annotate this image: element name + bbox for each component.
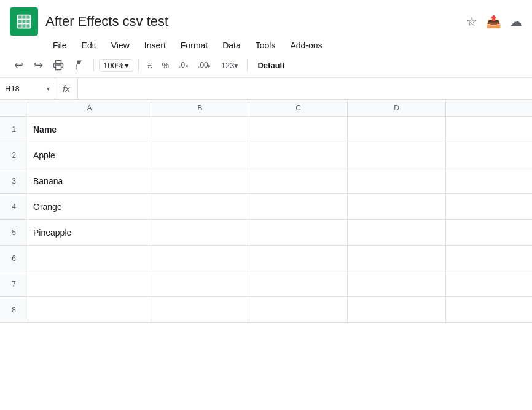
cell-4-A[interactable]: Orange (28, 194, 151, 220)
col-header-c[interactable]: C (249, 100, 348, 116)
grid: NameAppleBananaOrangePineapple (28, 117, 532, 323)
cell-1-D[interactable] (348, 117, 446, 142)
cell-7-B[interactable] (151, 271, 249, 297)
cell-4-B[interactable] (151, 194, 249, 220)
col-header-a[interactable]: A (28, 100, 151, 116)
row-num-2[interactable]: 2 (0, 142, 28, 168)
svg-rect-0 (18, 15, 31, 28)
cell-5-D[interactable] (348, 220, 446, 246)
cell-3-A[interactable]: Banana (28, 168, 151, 194)
cell-1-B[interactable] (151, 117, 249, 142)
row-num-1[interactable]: 1 (0, 117, 28, 142)
grid-row-2: Apple (28, 142, 532, 168)
toolbar-separator-1 (93, 59, 94, 71)
cell-2-A[interactable]: Apple (28, 142, 151, 168)
spreadsheet: A B C D 12345678 NameAppleBananaOrangePi… (0, 100, 532, 323)
cell-3-B[interactable] (151, 168, 249, 194)
formula-bar: H18 ▾ fx (0, 78, 532, 100)
cell-8-B[interactable] (151, 297, 249, 323)
zoom-value: 100% (103, 61, 123, 70)
cell-1-C[interactable] (249, 117, 348, 142)
formula-icon: fx (55, 78, 78, 99)
grid-row-6 (28, 246, 532, 271)
cell-4-D[interactable] (348, 194, 446, 220)
sheet-body: 12345678 NameAppleBananaOrangePineapple (0, 117, 532, 323)
title-bar: After Effects csv test ☆ 📤 ☁ (0, 0, 532, 38)
toolbar-separator-2 (138, 59, 139, 71)
grid-row-4: Orange (28, 194, 532, 220)
menu-addons[interactable]: Add-ons (284, 38, 328, 53)
corner-cell (0, 100, 28, 116)
undo-button[interactable]: ↩ (10, 56, 27, 74)
menu-bar: File Edit View Insert Format Data Tools … (0, 38, 532, 53)
decimal-increase-button[interactable]: .00▸ (194, 58, 215, 72)
cell-ref-value: H18 (5, 84, 20, 93)
menu-insert[interactable]: Insert (138, 38, 172, 53)
cell-1-A[interactable]: Name (28, 117, 151, 142)
cell-5-B[interactable] (151, 220, 249, 246)
row-num-5[interactable]: 5 (0, 220, 28, 246)
cell-3-D[interactable] (348, 168, 446, 194)
cell-6-B[interactable] (151, 246, 249, 271)
column-headers: A B C D (0, 100, 532, 117)
star-icon[interactable]: ☆ (466, 14, 477, 29)
cell-5-C[interactable] (249, 220, 348, 246)
cell-ref-arrow: ▾ (47, 85, 50, 92)
cell-2-C[interactable] (249, 142, 348, 168)
decimal-decrease-button[interactable]: .0◂ (175, 58, 192, 72)
menu-edit[interactable]: Edit (76, 38, 103, 53)
toolbar-separator-3 (247, 59, 248, 71)
document-title: After Effects csv test (45, 14, 459, 29)
row-num-3[interactable]: 3 (0, 168, 28, 194)
svg-rect-7 (56, 65, 61, 70)
percent-button[interactable]: % (158, 58, 173, 72)
zoom-arrow: ▾ (125, 61, 129, 70)
cell-7-C[interactable] (249, 271, 348, 297)
cloud-icon[interactable]: ☁ (510, 14, 522, 29)
folder-icon[interactable]: 📤 (486, 14, 501, 29)
menu-data[interactable]: Data (216, 38, 247, 53)
grid-row-3: Banana (28, 168, 532, 194)
menu-tools[interactable]: Tools (249, 38, 282, 53)
cell-8-D[interactable] (348, 297, 446, 323)
col-header-d[interactable]: D (348, 100, 446, 116)
number-format-button[interactable]: 123▾ (217, 58, 243, 72)
currency-button[interactable]: £ (144, 58, 155, 72)
cell-8-C[interactable] (249, 297, 348, 323)
row-numbers: 12345678 (0, 117, 28, 323)
cell-2-D[interactable] (348, 142, 446, 168)
zoom-selector[interactable]: 100% ▾ (99, 59, 133, 72)
print-button[interactable] (49, 56, 68, 74)
title-icon-group: ☆ 📤 ☁ (466, 14, 522, 29)
grid-row-1: Name (28, 117, 532, 142)
cell-6-A[interactable] (28, 246, 151, 271)
cell-6-D[interactable] (348, 246, 446, 271)
menu-format[interactable]: Format (174, 38, 214, 53)
cell-5-A[interactable]: Pineapple (28, 220, 151, 246)
cell-8-A[interactable] (28, 297, 151, 323)
row-num-6[interactable]: 6 (0, 246, 28, 271)
redo-button[interactable]: ↪ (29, 56, 47, 74)
cell-3-C[interactable] (249, 168, 348, 194)
font-selector[interactable]: Default (252, 58, 289, 72)
row-num-4[interactable]: 4 (0, 194, 28, 220)
col-header-b[interactable]: B (151, 100, 249, 116)
menu-view[interactable]: View (105, 38, 136, 53)
cell-reference[interactable]: H18 ▾ (0, 78, 55, 99)
grid-row-8 (28, 297, 532, 323)
app-icon (10, 7, 38, 36)
menu-file[interactable]: File (47, 38, 73, 53)
formula-input[interactable] (78, 84, 532, 93)
cell-4-C[interactable] (249, 194, 348, 220)
grid-row-7 (28, 271, 532, 297)
cell-6-C[interactable] (249, 246, 348, 271)
paint-format-button[interactable] (70, 56, 88, 74)
cell-7-A[interactable] (28, 271, 151, 297)
row-num-7[interactable]: 7 (0, 271, 28, 297)
cell-7-D[interactable] (348, 271, 446, 297)
toolbar: ↩ ↪ 100% ▾ £ % .0◂ .00▸ 123▾ Default (0, 53, 532, 78)
grid-row-5: Pineapple (28, 220, 532, 246)
row-num-8[interactable]: 8 (0, 297, 28, 323)
cell-2-B[interactable] (151, 142, 249, 168)
